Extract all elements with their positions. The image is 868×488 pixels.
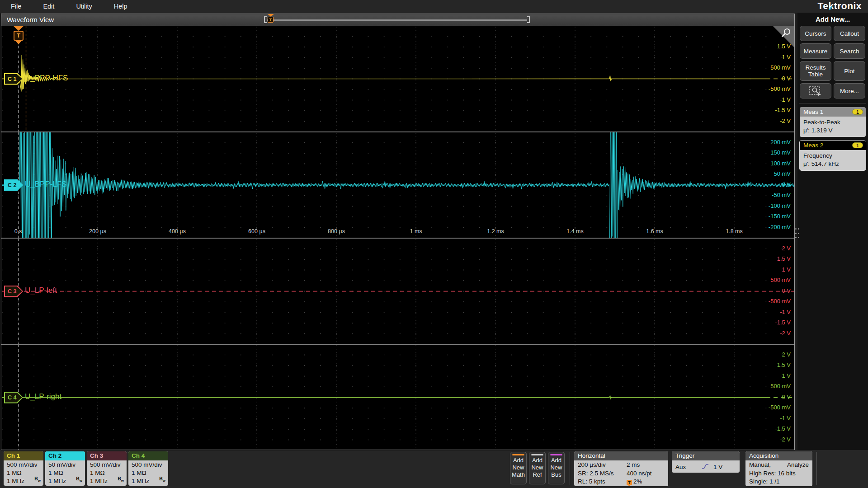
panel-splitter-grip[interactable] bbox=[795, 228, 800, 240]
record-view-right-bracket bbox=[527, 16, 530, 23]
more-button[interactable]: More... bbox=[834, 83, 865, 99]
waveform-label-ch4[interactable]: U_LP-right bbox=[25, 392, 61, 401]
scale-label: -1.5 V bbox=[775, 107, 791, 113]
scale-label: 2 V bbox=[782, 245, 791, 252]
measurement-source-badge: 1 bbox=[852, 109, 863, 115]
add-new-cursors-button[interactable]: Cursors bbox=[800, 26, 831, 41]
waveform-slice-ch1[interactable]: 1.5 V1 V500 mV0 V-500 mV-1 V-1.5 V-2 VU_… bbox=[1, 26, 794, 132]
channel-badge-ch3[interactable]: Ch 3500 mV/div1 MΩ1 MHzBw bbox=[87, 451, 127, 486]
scale-label: 50 mV bbox=[774, 170, 791, 177]
scale-label: 0 V bbox=[782, 394, 791, 400]
waveform-label-ch1[interactable]: U_BPP-HFS bbox=[25, 74, 68, 83]
menu-item-file[interactable]: File bbox=[0, 0, 32, 13]
scale-label: 500 mV bbox=[770, 277, 791, 283]
scale-label: -500 mV bbox=[769, 298, 791, 305]
add-new-ref-button[interactable]: AddNewRef bbox=[529, 452, 546, 484]
waveform-slice-ch4[interactable]: 2 V1.5 V1 V500 mV0 V-500 mV-1 V-1.5 V-2 … bbox=[1, 344, 794, 450]
waveform-plot[interactable]: 1.5 V1 V500 mV0 V-500 mV-1 V-1.5 V-2 VU_… bbox=[1, 26, 794, 450]
rising-edge-icon bbox=[702, 463, 709, 473]
scale-label: -2 V bbox=[780, 330, 791, 337]
channel-name[interactable]: Ch 3 bbox=[87, 451, 127, 460]
slice-separator[interactable] bbox=[1, 344, 794, 345]
tekscope-app: FileEditUtilityHelp Tektronix Waveform V… bbox=[0, 0, 868, 488]
bottom-bar: Ch 1500 mV/div1 MΩ1 MHzBwCh 250 mV/div1 … bbox=[0, 450, 868, 488]
acquisition-analyze: Analyze bbox=[787, 461, 809, 469]
record-length: RL: 5 kpts bbox=[578, 478, 627, 486]
channel-badge-ch4[interactable]: Ch 4500 mV/div1 MΩ1 MHzBw bbox=[128, 451, 168, 486]
add-new-results-table-button[interactable]: Results Table bbox=[800, 61, 831, 81]
add-new-callout-button[interactable]: Callout bbox=[834, 26, 865, 41]
waveform-slice-ch2[interactable]: 200 mV150 mV100 mV50 mV0 V-50 mV-100 mV-… bbox=[1, 132, 794, 238]
channel-name[interactable]: Ch 1 bbox=[4, 451, 43, 460]
scale-label: 500 mV bbox=[770, 64, 791, 71]
add-new-math-button[interactable]: AddNewMath bbox=[510, 452, 527, 484]
bandwidth-limit-icon: Bw bbox=[118, 474, 124, 485]
slice-separator[interactable] bbox=[1, 131, 794, 132]
measurement-title[interactable]: Meas 11 bbox=[800, 107, 866, 117]
record-view-left-bracket bbox=[264, 16, 267, 23]
record-view-trigger-icon[interactable]: T bbox=[268, 14, 274, 23]
add-new-plot-button[interactable]: Plot bbox=[834, 61, 865, 81]
waveform-label-ch2[interactable]: U_BPP-LFS bbox=[25, 180, 67, 189]
scale-label: 0 V bbox=[782, 181, 791, 188]
trigger-position-icon: T bbox=[627, 480, 632, 485]
scale-label: -200 mV bbox=[769, 224, 791, 230]
add-new-bus-button[interactable]: AddNewBus bbox=[548, 452, 565, 484]
horizontal-panel[interactable]: Horizontal 200 µs/div2 ms SR: 2.5 MS/s40… bbox=[574, 451, 668, 486]
channel-settings: 500 mV/div1 MΩ1 MHzBw bbox=[87, 460, 127, 485]
bottom-divider-2 bbox=[816, 452, 817, 485]
scale-label: -2 V bbox=[780, 436, 791, 443]
trigger-position: T2% bbox=[627, 478, 642, 486]
trigger-panel[interactable]: Trigger Aux 1 V bbox=[672, 451, 740, 473]
measurement-title[interactable]: Meas 21 bbox=[800, 141, 866, 150]
channel-name[interactable]: Ch 2 bbox=[45, 451, 85, 460]
time-axis-label: 800 µs bbox=[328, 228, 345, 235]
waveform-slice-ch3[interactable]: 2 V1.5 V1 V500 mV0 V-500 mV-1 V-1.5 V-2 … bbox=[1, 238, 794, 344]
menu-item-help[interactable]: Help bbox=[103, 0, 138, 13]
time-axis-label: 1 ms bbox=[410, 228, 422, 235]
waveform-label-ch3[interactable]: U_LP-left bbox=[25, 286, 57, 295]
channel-badge-ch2[interactable]: Ch 250 mV/div1 MΩ1 MHzBw bbox=[45, 451, 85, 486]
slice-separator[interactable] bbox=[1, 238, 794, 239]
acquisition-resolution: High Res: 16 bits bbox=[749, 469, 809, 478]
acquisition-single-count: Single: 1 /1 bbox=[749, 478, 809, 486]
measurement-card-2[interactable]: Meas 21Frequencyμ': 514.7 kHz bbox=[800, 141, 866, 170]
channel-settings: 500 mV/div1 MΩ1 MHzBw bbox=[128, 460, 168, 485]
measurement-body: Peak-to-Peakμ': 1.319 V bbox=[800, 117, 866, 137]
sample-rate: SR: 2.5 MS/s bbox=[578, 469, 627, 478]
menu-item-utility[interactable]: Utility bbox=[65, 0, 103, 13]
horizontal-title: Horizontal bbox=[574, 451, 668, 460]
acquisition-mode: Manual, bbox=[749, 461, 771, 469]
measurement-list: Meas 11Peak-to-Peakμ': 1.319 VMeas 21Fre… bbox=[797, 107, 868, 170]
channel-handle-c3[interactable]: C 3 bbox=[4, 286, 23, 297]
menu-item-edit[interactable]: Edit bbox=[32, 0, 65, 13]
measurement-card-1[interactable]: Meas 11Peak-to-Peakμ': 1.319 V bbox=[800, 107, 866, 137]
channel-handle-c4[interactable]: C 4 bbox=[4, 392, 23, 404]
scale-label: -1.5 V bbox=[775, 319, 791, 326]
measurement-body: Frequencyμ': 514.7 kHz bbox=[800, 150, 866, 170]
trigger-flag-icon[interactable]: T bbox=[13, 26, 24, 44]
scale-label: -1 V bbox=[780, 309, 791, 315]
channel-badge-ch1[interactable]: Ch 1500 mV/div1 MΩ1 MHzBw bbox=[4, 451, 43, 486]
channel-handle-c2[interactable]: C 2 bbox=[4, 179, 23, 191]
add-new-measure-button[interactable]: Measure bbox=[800, 43, 831, 59]
acquisition-panel[interactable]: Acquisition Manual,Analyze High Res: 16 … bbox=[745, 451, 812, 486]
time-axis-label: 1.4 ms bbox=[566, 228, 584, 235]
sidebar-divider bbox=[799, 103, 866, 103]
channel-handle-c1[interactable]: C 1 bbox=[4, 73, 23, 85]
add-new-header: Add New... bbox=[797, 15, 868, 23]
trigger-title: Trigger bbox=[672, 451, 740, 460]
scale-label: -1.5 V bbox=[775, 425, 791, 432]
scale-label: -500 mV bbox=[769, 404, 791, 411]
zoom-select-icon[interactable] bbox=[800, 83, 831, 99]
scale-label: 1.5 V bbox=[777, 361, 791, 368]
trigger-source: Aux bbox=[675, 463, 702, 473]
horizontal-scale: 200 µs/div bbox=[578, 461, 627, 469]
channel-name[interactable]: Ch 4 bbox=[128, 451, 168, 460]
record-view-scrollbar[interactable]: T bbox=[264, 16, 530, 24]
channel-settings: 500 mV/div1 MΩ1 MHzBw bbox=[4, 460, 43, 485]
scale-label: 1 V bbox=[782, 266, 791, 273]
scale-label: -1 V bbox=[780, 415, 791, 422]
add-new-search-button[interactable]: Search bbox=[834, 43, 865, 59]
time-axis-label: 0 s bbox=[14, 228, 22, 235]
